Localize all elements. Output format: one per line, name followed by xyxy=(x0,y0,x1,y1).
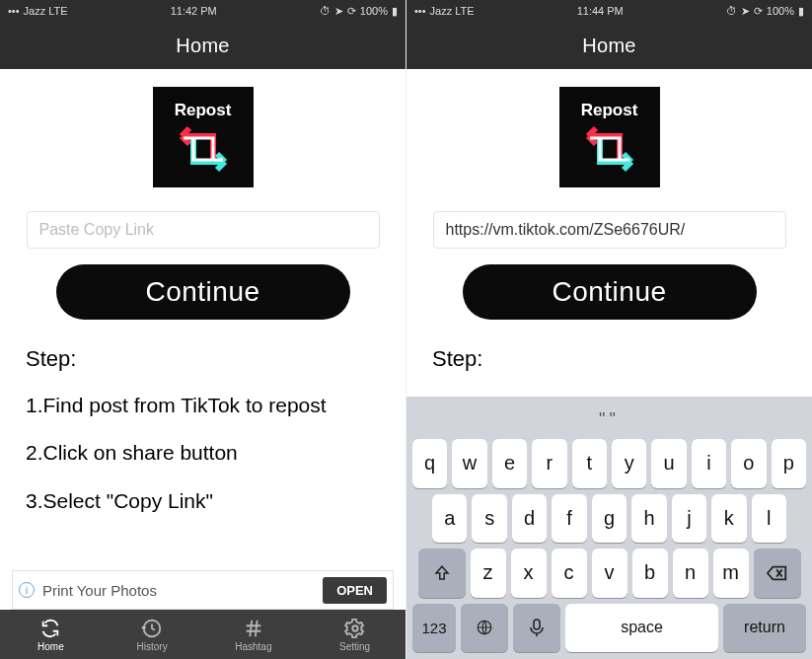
ad-open-button[interactable]: OPEN xyxy=(323,577,387,604)
ad-banner[interactable]: i Print Your Photos OPEN xyxy=(12,570,394,610)
key-o[interactable]: o xyxy=(731,439,766,488)
shift-key[interactable] xyxy=(418,549,466,598)
key-a[interactable]: a xyxy=(432,494,467,544)
key-y[interactable]: y xyxy=(612,439,646,488)
clock-label: 11:42 PM xyxy=(171,5,217,17)
rotation-lock-icon: ⟳ xyxy=(347,5,356,18)
tab-label: Setting xyxy=(339,641,370,652)
globe-key[interactable] xyxy=(461,604,508,653)
signal-dots-icon: ••• xyxy=(414,5,426,17)
phone-left: ••• Jazz LTE 11:42 PM ⏱ ➤ ⟳ 100% ▮ Home … xyxy=(0,0,406,659)
key-l[interactable]: l xyxy=(752,494,786,544)
clock-label: 11:44 PM xyxy=(577,5,624,17)
repost-logo: Repost xyxy=(153,87,254,187)
tab-label: Hashtag xyxy=(235,641,271,652)
rotation-lock-icon: ⟳ xyxy=(754,5,763,18)
repost-logo-label: Repost xyxy=(175,101,232,120)
key-p[interactable]: p xyxy=(772,439,806,488)
battery-label: 100% xyxy=(767,5,794,17)
history-icon xyxy=(141,618,163,639)
location-icon: ➤ xyxy=(334,5,343,18)
key-c[interactable]: c xyxy=(552,549,587,598)
svg-point-0 xyxy=(352,625,358,631)
tab-label: History xyxy=(137,641,168,652)
numbers-key[interactable]: 123 xyxy=(412,604,456,653)
refresh-icon xyxy=(39,618,61,639)
tab-setting[interactable]: Setting xyxy=(304,610,406,659)
battery-label: 100% xyxy=(360,5,388,17)
link-input[interactable] xyxy=(27,211,380,249)
shift-icon xyxy=(433,564,451,582)
link-input[interactable] xyxy=(433,211,786,249)
battery-icon: ▮ xyxy=(798,5,804,18)
steps-block: Step: xyxy=(432,343,482,391)
key-b[interactable]: b xyxy=(632,549,668,598)
status-bar: ••• Jazz LTE 11:44 PM ⏱ ➤ ⟳ 100% ▮ xyxy=(406,0,812,22)
key-v[interactable]: v xyxy=(592,549,627,598)
repost-arrows-icon xyxy=(579,124,640,174)
tab-bar: Home History Hashtag Setting xyxy=(0,610,406,659)
backspace-icon xyxy=(767,564,788,582)
keyboard-prediction[interactable]: "" xyxy=(410,403,808,436)
mic-key[interactable] xyxy=(513,604,560,653)
key-e[interactable]: e xyxy=(492,439,527,488)
key-m[interactable]: m xyxy=(713,549,749,598)
continue-button[interactable]: Continue xyxy=(56,264,350,320)
tab-hashtag[interactable]: Hashtag xyxy=(203,610,305,659)
key-w[interactable]: w xyxy=(452,439,486,488)
backspace-key[interactable] xyxy=(754,549,801,598)
continue-button[interactable]: Continue xyxy=(463,264,757,320)
keyboard-row-3: z x c v b n m xyxy=(410,546,808,601)
key-f[interactable]: f xyxy=(552,494,586,544)
key-z[interactable]: z xyxy=(471,549,506,598)
tab-history[interactable]: History xyxy=(102,610,203,659)
step-1: 1.Find post from TikTok to repost xyxy=(26,391,327,420)
repost-logo: Repost xyxy=(559,87,660,187)
mic-icon xyxy=(530,619,544,636)
carrier-label: Jazz LTE xyxy=(430,5,475,17)
key-j[interactable]: j xyxy=(672,494,706,544)
step-2: 2.Click on share button xyxy=(26,438,327,468)
key-s[interactable]: s xyxy=(472,494,506,544)
location-icon: ➤ xyxy=(741,5,750,18)
key-x[interactable]: x xyxy=(511,549,547,598)
steps-heading: Step: xyxy=(26,343,327,375)
navbar: Home xyxy=(0,22,406,69)
phone-right: ••• Jazz LTE 11:44 PM ⏱ ➤ ⟳ 100% ▮ Home … xyxy=(406,0,812,659)
keyboard-row-1: q w e r t y u i o p xyxy=(410,436,808,491)
hash-icon xyxy=(243,618,264,639)
key-q[interactable]: q xyxy=(412,439,447,488)
alarm-icon: ⏱ xyxy=(320,5,331,17)
carrier-label: Jazz LTE xyxy=(24,5,68,17)
gear-icon xyxy=(344,618,366,639)
return-key[interactable]: return xyxy=(723,604,806,653)
tab-home[interactable]: Home xyxy=(0,610,102,659)
ad-text: Print Your Photos xyxy=(42,582,157,599)
svg-rect-2 xyxy=(534,620,540,629)
status-bar: ••• Jazz LTE 11:42 PM ⏱ ➤ ⟳ 100% ▮ xyxy=(0,0,406,22)
key-g[interactable]: g xyxy=(592,494,627,544)
page-title: Home xyxy=(176,35,230,57)
battery-icon: ▮ xyxy=(392,5,398,18)
key-t[interactable]: t xyxy=(572,439,607,488)
steps-heading: Step: xyxy=(432,343,482,375)
signal-dots-icon: ••• xyxy=(8,5,20,17)
key-d[interactable]: d xyxy=(512,494,547,544)
repost-arrows-icon xyxy=(173,124,234,174)
repost-logo-label: Repost xyxy=(581,101,638,120)
alarm-icon: ⏱ xyxy=(726,5,737,17)
tab-label: Home xyxy=(37,641,64,652)
key-r[interactable]: r xyxy=(532,439,566,488)
key-u[interactable]: u xyxy=(651,439,686,488)
key-k[interactable]: k xyxy=(711,494,746,544)
navbar: Home xyxy=(406,22,812,69)
key-n[interactable]: n xyxy=(673,549,708,598)
key-h[interactable]: h xyxy=(631,494,666,544)
page-title: Home xyxy=(582,35,636,57)
space-key[interactable]: space xyxy=(565,604,718,653)
info-icon: i xyxy=(19,582,35,598)
globe-icon xyxy=(476,619,493,636)
key-i[interactable]: i xyxy=(692,439,726,488)
steps-block: Step: 1.Find post from TikTok to repost … xyxy=(26,343,327,534)
ios-keyboard: "" q w e r t y u i o p a s d f g h j k l xyxy=(406,397,812,659)
